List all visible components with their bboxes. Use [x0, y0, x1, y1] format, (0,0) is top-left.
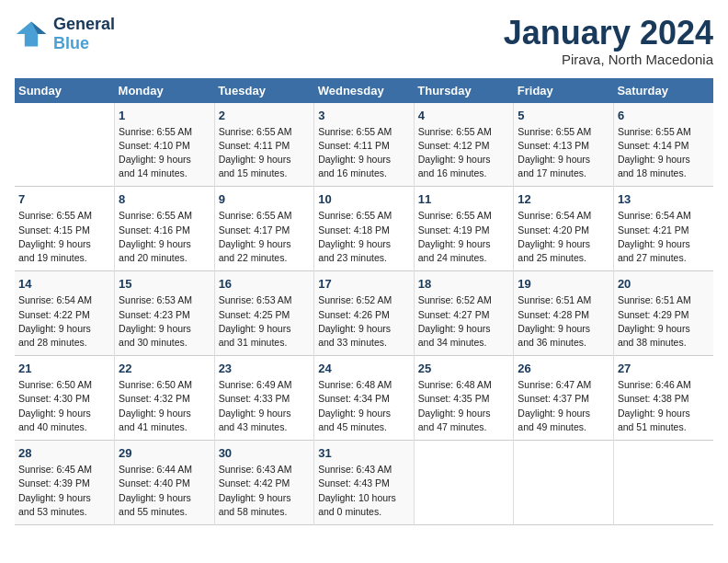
day-details: Sunrise: 6:55 AM Sunset: 4:19 PM Dayligh… — [418, 209, 510, 265]
day-details: Sunrise: 6:55 AM Sunset: 4:14 PM Dayligh… — [618, 125, 710, 181]
calendar-cell: 15Sunrise: 6:53 AM Sunset: 4:23 PM Dayli… — [115, 271, 215, 356]
day-details: Sunrise: 6:51 AM Sunset: 4:28 PM Dayligh… — [518, 293, 609, 350]
day-details: Sunrise: 6:55 AM Sunset: 4:18 PM Dayligh… — [318, 209, 410, 265]
logo: General Blue — [15, 15, 115, 53]
day-number: 27 — [618, 362, 710, 375]
day-number: 19 — [518, 277, 609, 291]
day-details: Sunrise: 6:45 AM Sunset: 4:39 PM Dayligh… — [18, 463, 110, 519]
day-number: 24 — [318, 362, 410, 375]
calendar-table: SundayMondayTuesdayWednesdayThursdayFrid… — [15, 78, 713, 525]
day-number: 6 — [618, 109, 710, 122]
page-header: General Blue January 2024 Pirava, North … — [15, 15, 713, 67]
day-number: 13 — [618, 192, 710, 206]
day-number: 5 — [518, 109, 609, 122]
calendar-cell: 3Sunrise: 6:55 AM Sunset: 4:11 PM Daylig… — [314, 103, 415, 187]
day-number: 3 — [318, 109, 410, 122]
day-number: 11 — [418, 192, 510, 206]
weekday-header-monday: Monday — [115, 78, 215, 103]
day-number: 20 — [618, 277, 710, 291]
day-details: Sunrise: 6:55 AM Sunset: 4:16 PM Dayligh… — [119, 209, 210, 265]
day-details: Sunrise: 6:46 AM Sunset: 4:38 PM Dayligh… — [618, 378, 710, 434]
weekday-header-thursday: Thursday — [414, 78, 514, 103]
calendar-cell — [414, 441, 514, 525]
week-row-1: 1Sunrise: 6:55 AM Sunset: 4:10 PM Daylig… — [15, 103, 713, 187]
calendar-cell: 14Sunrise: 6:54 AM Sunset: 4:22 PM Dayli… — [15, 271, 115, 356]
day-details: Sunrise: 6:43 AM Sunset: 4:42 PM Dayligh… — [219, 463, 311, 519]
day-details: Sunrise: 6:52 AM Sunset: 4:27 PM Dayligh… — [418, 293, 510, 350]
day-details: Sunrise: 6:53 AM Sunset: 4:25 PM Dayligh… — [219, 293, 311, 350]
day-details: Sunrise: 6:54 AM Sunset: 4:22 PM Dayligh… — [18, 293, 110, 350]
day-number: 7 — [18, 192, 110, 206]
calendar-cell: 8Sunrise: 6:55 AM Sunset: 4:16 PM Daylig… — [115, 187, 215, 271]
calendar-cell: 30Sunrise: 6:43 AM Sunset: 4:42 PM Dayli… — [214, 441, 314, 525]
day-details: Sunrise: 6:47 AM Sunset: 4:37 PM Dayligh… — [518, 378, 609, 434]
calendar-cell: 19Sunrise: 6:51 AM Sunset: 4:28 PM Dayli… — [514, 271, 614, 356]
day-details: Sunrise: 6:55 AM Sunset: 4:10 PM Dayligh… — [119, 125, 210, 181]
calendar-cell — [613, 441, 713, 525]
calendar-cell: 23Sunrise: 6:49 AM Sunset: 4:33 PM Dayli… — [214, 356, 314, 441]
weekday-header-wednesday: Wednesday — [314, 78, 415, 103]
weekday-header-sunday: Sunday — [15, 78, 115, 103]
day-details: Sunrise: 6:43 AM Sunset: 4:43 PM Dayligh… — [318, 463, 410, 519]
calendar-cell: 28Sunrise: 6:45 AM Sunset: 4:39 PM Dayli… — [15, 441, 115, 525]
day-details: Sunrise: 6:55 AM Sunset: 4:17 PM Dayligh… — [219, 209, 311, 265]
calendar-header: SundayMondayTuesdayWednesdayThursdayFrid… — [15, 78, 713, 103]
day-number: 28 — [18, 446, 110, 460]
day-details: Sunrise: 6:50 AM Sunset: 4:30 PM Dayligh… — [18, 378, 110, 434]
calendar-cell: 25Sunrise: 6:48 AM Sunset: 4:35 PM Dayli… — [414, 356, 514, 441]
day-details: Sunrise: 6:51 AM Sunset: 4:29 PM Dayligh… — [618, 293, 710, 350]
calendar-cell: 5Sunrise: 6:55 AM Sunset: 4:13 PM Daylig… — [514, 103, 614, 187]
title-block: January 2024 Pirava, North Macedonia — [504, 15, 713, 67]
calendar-cell: 4Sunrise: 6:55 AM Sunset: 4:12 PM Daylig… — [414, 103, 514, 187]
location-subtitle: Pirava, North Macedonia — [504, 52, 713, 67]
day-number: 14 — [18, 277, 110, 291]
calendar-cell: 2Sunrise: 6:55 AM Sunset: 4:11 PM Daylig… — [214, 103, 314, 187]
day-details: Sunrise: 6:48 AM Sunset: 4:34 PM Dayligh… — [318, 378, 410, 434]
calendar-cell: 13Sunrise: 6:54 AM Sunset: 4:21 PM Dayli… — [613, 187, 713, 271]
day-details: Sunrise: 6:49 AM Sunset: 4:33 PM Dayligh… — [219, 378, 311, 434]
day-number: 4 — [418, 109, 510, 122]
calendar-cell: 6Sunrise: 6:55 AM Sunset: 4:14 PM Daylig… — [613, 103, 713, 187]
calendar-cell: 31Sunrise: 6:43 AM Sunset: 4:43 PM Dayli… — [314, 441, 415, 525]
day-details: Sunrise: 6:55 AM Sunset: 4:13 PM Dayligh… — [518, 125, 609, 181]
week-row-3: 14Sunrise: 6:54 AM Sunset: 4:22 PM Dayli… — [15, 271, 713, 356]
logo-text: General Blue — [53, 15, 115, 53]
week-row-2: 7Sunrise: 6:55 AM Sunset: 4:15 PM Daylig… — [15, 187, 713, 271]
logo-icon — [15, 17, 48, 51]
calendar-cell: 1Sunrise: 6:55 AM Sunset: 4:10 PM Daylig… — [115, 103, 215, 187]
day-number: 10 — [318, 192, 410, 206]
calendar-cell: 10Sunrise: 6:55 AM Sunset: 4:18 PM Dayli… — [314, 187, 415, 271]
day-number: 9 — [219, 192, 311, 206]
calendar-cell: 7Sunrise: 6:55 AM Sunset: 4:15 PM Daylig… — [15, 187, 115, 271]
day-details: Sunrise: 6:50 AM Sunset: 4:32 PM Dayligh… — [119, 378, 210, 434]
calendar-cell: 21Sunrise: 6:50 AM Sunset: 4:30 PM Dayli… — [15, 356, 115, 441]
day-details: Sunrise: 6:52 AM Sunset: 4:26 PM Dayligh… — [318, 293, 410, 350]
week-row-4: 21Sunrise: 6:50 AM Sunset: 4:30 PM Dayli… — [15, 356, 713, 441]
weekday-header-friday: Friday — [514, 78, 614, 103]
day-number: 15 — [119, 277, 210, 291]
day-details: Sunrise: 6:55 AM Sunset: 4:12 PM Dayligh… — [418, 125, 510, 181]
week-row-5: 28Sunrise: 6:45 AM Sunset: 4:39 PM Dayli… — [15, 441, 713, 525]
day-number: 25 — [418, 362, 510, 375]
calendar-cell: 24Sunrise: 6:48 AM Sunset: 4:34 PM Dayli… — [314, 356, 415, 441]
calendar-cell — [514, 441, 614, 525]
day-details: Sunrise: 6:44 AM Sunset: 4:40 PM Dayligh… — [119, 463, 210, 519]
calendar-cell: 11Sunrise: 6:55 AM Sunset: 4:19 PM Dayli… — [414, 187, 514, 271]
day-number: 21 — [18, 362, 110, 375]
weekday-header-saturday: Saturday — [613, 78, 713, 103]
calendar-cell: 20Sunrise: 6:51 AM Sunset: 4:29 PM Dayli… — [613, 271, 713, 356]
day-details: Sunrise: 6:55 AM Sunset: 4:11 PM Dayligh… — [219, 125, 311, 181]
day-number: 26 — [518, 362, 609, 375]
calendar-cell: 22Sunrise: 6:50 AM Sunset: 4:32 PM Dayli… — [115, 356, 215, 441]
month-title: January 2024 — [504, 15, 713, 52]
calendar-cell — [15, 103, 115, 187]
day-number: 30 — [219, 446, 311, 460]
day-number: 22 — [119, 362, 210, 375]
calendar-cell: 18Sunrise: 6:52 AM Sunset: 4:27 PM Dayli… — [414, 271, 514, 356]
calendar-cell: 29Sunrise: 6:44 AM Sunset: 4:40 PM Dayli… — [115, 441, 215, 525]
day-number: 29 — [119, 446, 210, 460]
day-number: 18 — [418, 277, 510, 291]
day-details: Sunrise: 6:54 AM Sunset: 4:21 PM Dayligh… — [618, 209, 710, 265]
day-number: 31 — [318, 446, 410, 460]
day-number: 2 — [219, 109, 311, 122]
